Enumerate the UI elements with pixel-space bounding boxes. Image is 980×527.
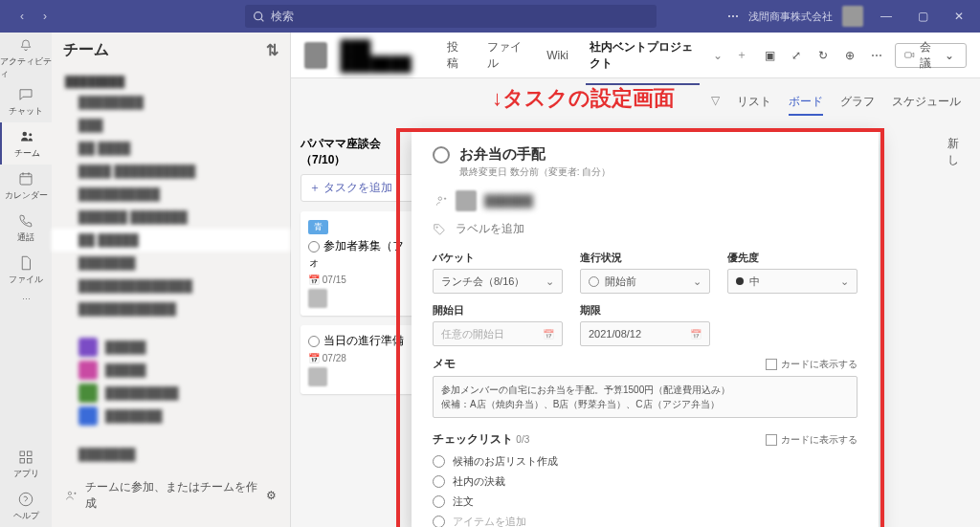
channel-item[interactable]: ███ <box>52 114 290 137</box>
rail-files[interactable]: ファイル <box>0 249 52 291</box>
rail-calendar[interactable]: カレンダー <box>0 165 52 207</box>
phone-icon <box>17 212 34 230</box>
assignee-avatar <box>308 289 327 308</box>
team-avatar <box>304 42 327 69</box>
task-card[interactable]: 当日の進行準備 📅 07/28 <box>301 325 414 394</box>
channel-item[interactable]: ████ ██████████ <box>52 160 290 183</box>
bucket-title[interactable]: パパママ座談会（7/10） <box>301 136 414 168</box>
chevron-down-icon[interactable]: ⌄ <box>713 49 723 62</box>
tab-planner[interactable]: 社内ベントプロジェクト <box>586 39 700 85</box>
channel-item[interactable]: ███████ <box>52 252 290 274</box>
minimize-icon[interactable]: — <box>873 3 900 30</box>
checklist-item[interactable]: 候補のお店リスト作成 <box>433 451 858 472</box>
priority-select[interactable]: 中 <box>727 269 858 294</box>
meet-button[interactable]: 会議 ⌄ <box>895 43 967 68</box>
add-bucket[interactable]: 新し <box>947 136 970 394</box>
add-tab-icon[interactable]: ＋ <box>736 47 747 63</box>
task-title[interactable]: お弁当の手配 <box>459 145 546 164</box>
show-on-card-checkbox[interactable]: カードに表示する <box>766 433 858 447</box>
more-icon[interactable]: ⋯ <box>868 47 885 64</box>
add-label-row[interactable]: ラベルを追加 <box>433 221 858 237</box>
due-date-input[interactable]: 2021/08/12 <box>580 321 710 346</box>
tab-files[interactable]: ファイル <box>483 39 529 72</box>
chevron-down-icon: ⌄ <box>941 47 958 64</box>
team-item[interactable]: ███████ <box>52 405 290 428</box>
refresh-icon[interactable]: ↻ <box>814 47 832 64</box>
circle-icon[interactable] <box>433 475 445 488</box>
circle-icon[interactable] <box>433 495 445 508</box>
channel-item[interactable]: ██████████ <box>52 183 290 206</box>
expand-icon[interactable]: ⤢ <box>788 47 805 64</box>
memo-textarea[interactable]: 参加メンバーの自宅にお弁当を手配。予算1500円（配達費用込み） 候補：A店（焼… <box>433 376 858 418</box>
assignee-name: ██████ <box>484 194 533 208</box>
channel-item[interactable]: ██████████████ <box>52 274 290 297</box>
maximize-icon[interactable]: ▢ <box>909 3 936 30</box>
svg-rect-4 <box>20 451 25 456</box>
search-input[interactable]: 検索 <box>245 5 657 28</box>
channel-item[interactable]: ████████████ <box>52 297 290 320</box>
add-task-button[interactable]: ＋ タスクを追加 <box>301 174 414 202</box>
close-icon[interactable]: ✕ <box>946 3 972 30</box>
due-date-label: 期限 <box>580 303 710 318</box>
channel-item[interactable]: ██ ████ <box>52 137 290 160</box>
channel-item[interactable]: ████████ <box>52 91 290 114</box>
rail-teams[interactable]: チーム <box>0 122 52 165</box>
task-detail-panel: お弁当の手配 最終変更日 数分前（変更者: 自分） ██████ ラベルを追加 … <box>412 132 879 527</box>
join-create-team[interactable]: チームに参加、またはチームを作成 ⚙ <box>52 473 290 517</box>
checklist-add-item[interactable]: アイテムを追加 <box>433 512 858 527</box>
checklist-item[interactable]: 社内の決裁 <box>433 472 858 492</box>
planner-views: ▽ リスト ボード グラフ スケジュール <box>711 94 961 116</box>
team-name[interactable]: ████████ <box>52 72 290 91</box>
rail-calls[interactable]: 通話 <box>0 207 52 249</box>
nav-back-icon[interactable]: ‹ <box>13 8 31 25</box>
rail-activity[interactable]: アクティビティ <box>0 38 52 80</box>
rail-chat[interactable]: チャット <box>0 80 52 122</box>
people-icon <box>65 489 78 502</box>
start-date-input[interactable]: 任意の開始日 <box>433 321 563 346</box>
calendar-icon <box>690 328 702 340</box>
nav-forward-icon[interactable]: › <box>36 8 54 25</box>
avatar[interactable] <box>842 6 863 27</box>
channel-item[interactable]: ██████ ███████ <box>52 206 290 229</box>
team-item[interactable]: █████ <box>52 359 290 382</box>
checklist-item[interactable]: 注文 <box>433 492 858 512</box>
tab-posts[interactable]: 投稿 <box>443 39 470 72</box>
view-schedule[interactable]: スケジュール <box>892 94 961 116</box>
assignee-avatar <box>456 190 477 211</box>
rail-apps[interactable]: アプリ <box>0 443 52 485</box>
progress-label: 進行状況 <box>580 251 710 265</box>
svg-rect-3 <box>20 173 32 184</box>
progress-select[interactable]: 開始前 <box>580 269 710 294</box>
channel-item[interactable]: ██ █████ <box>52 229 290 252</box>
complete-circle-icon[interactable] <box>308 241 320 253</box>
channel-title: ███ ███████ <box>341 39 430 72</box>
team-item[interactable]: █████ <box>52 336 290 359</box>
filter-icon[interactable]: ▽ <box>711 94 720 116</box>
complete-circle-icon[interactable] <box>433 146 450 164</box>
task-card[interactable]: 青 参加者募集（フォ 📅 07/15 <box>301 211 414 316</box>
globe-icon[interactable]: ⊕ <box>841 47 858 64</box>
show-on-card-checkbox[interactable]: カードに表示する <box>766 358 858 371</box>
assignee-avatar <box>308 367 327 386</box>
video-icon <box>903 49 916 61</box>
card-label: 青 <box>308 220 328 234</box>
view-board[interactable]: ボード <box>789 94 823 116</box>
view-list[interactable]: リスト <box>737 94 771 116</box>
search-placeholder: 検索 <box>271 9 294 25</box>
complete-circle-icon[interactable] <box>308 336 320 347</box>
more-icon[interactable]: ⋯ <box>727 10 739 23</box>
bucket-select[interactable]: ランチ会（8/16） <box>433 269 563 294</box>
rail-help[interactable]: ヘルプ <box>0 485 52 527</box>
svg-rect-6 <box>20 458 25 463</box>
team-item[interactable]: ███████ <box>52 443 290 466</box>
tab-wiki[interactable]: Wiki <box>543 49 572 62</box>
more-icon[interactable]: ⋯ <box>22 295 31 304</box>
team-item[interactable]: █████████ <box>52 382 290 405</box>
gear-icon[interactable]: ⚙ <box>266 489 277 502</box>
circle-icon[interactable] <box>433 455 445 468</box>
app-rail: アクティビティ チャット チーム カレンダー 通話 ファイル ⋯ アプリ ヘルプ <box>0 33 52 527</box>
view-chart[interactable]: グラフ <box>840 94 875 116</box>
tab-settings-icon[interactable]: ▣ <box>761 47 778 64</box>
filter-icon[interactable]: ⇅ <box>266 41 278 59</box>
assignee-row[interactable]: ██████ <box>434 190 858 211</box>
